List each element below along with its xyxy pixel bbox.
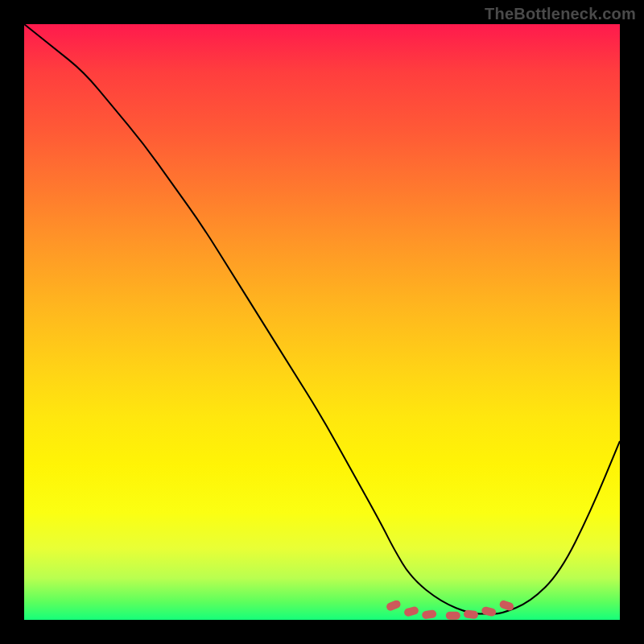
chart-frame: TheBottleneck.com xyxy=(0,0,644,644)
trough-marker xyxy=(386,599,402,612)
trough-marker xyxy=(422,609,437,620)
plot-area xyxy=(24,24,620,620)
bottleneck-curve xyxy=(24,24,620,614)
trough-marker xyxy=(403,605,419,617)
curve-svg xyxy=(24,24,620,620)
trough-marker xyxy=(463,609,478,619)
watermark-text: TheBottleneck.com xyxy=(485,5,636,23)
trough-marker xyxy=(446,612,460,620)
trough-marker xyxy=(481,606,497,617)
trough-markers xyxy=(386,599,515,620)
